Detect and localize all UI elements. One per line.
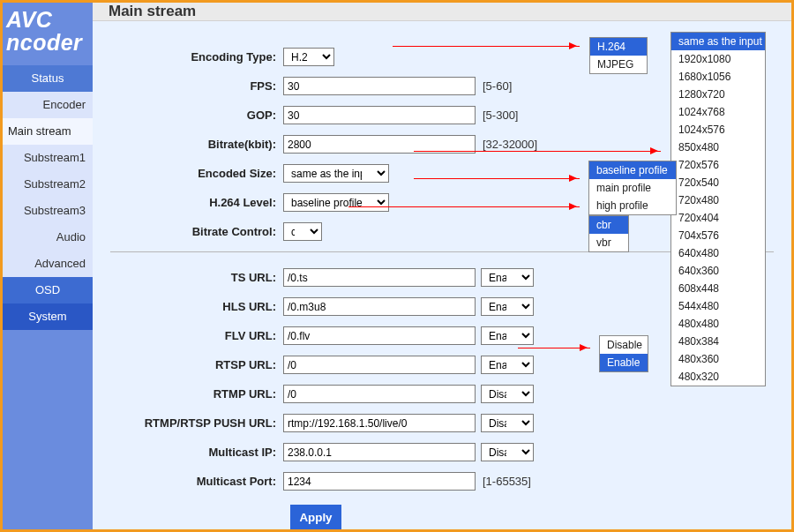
lbl-bctrl: Bitrate Control: bbox=[119, 225, 283, 238]
hint-gop: [5-300] bbox=[483, 109, 518, 122]
logo-line2: ncoder bbox=[6, 30, 82, 55]
sidebar-item-sub3[interactable]: Substream3 bbox=[3, 198, 93, 224]
hls-enable-select[interactable]: Enable bbox=[481, 297, 534, 316]
sidebar: AVC ncoder Status Encoder Main stream Su… bbox=[3, 3, 93, 529]
logo: AVC ncoder bbox=[3, 3, 93, 65]
opt-h264[interactable]: H.264 bbox=[590, 38, 647, 56]
page-title: Main stream bbox=[93, 3, 791, 21]
lbl-level: H.264 Level: bbox=[119, 196, 283, 209]
lbl-rtmp: RTMP URL: bbox=[119, 387, 283, 401]
sidebar-item-audio[interactable]: Audio bbox=[3, 224, 93, 251]
lbl-push: RTMP/RTSP PUSH URL: bbox=[119, 416, 283, 430]
enable-disable-options[interactable]: Disable Enable bbox=[599, 335, 648, 372]
opt-size-1[interactable]: 1920x1080 bbox=[671, 50, 765, 68]
rtsp-enable-select[interactable]: Enable bbox=[481, 356, 534, 374]
opt-size-15[interactable]: 544x480 bbox=[671, 297, 765, 315]
ts-enable-select[interactable]: Enable bbox=[481, 268, 534, 287]
lbl-multi-port: Multicast Port: bbox=[119, 475, 283, 488]
arrow-icon bbox=[348, 206, 580, 207]
sidebar-menu: Status Encoder Main stream Substream1 Su… bbox=[3, 65, 93, 330]
arrow-icon bbox=[518, 348, 590, 348]
flv-enable-select[interactable]: Enable bbox=[481, 326, 534, 345]
opt-size-11[interactable]: 704x576 bbox=[671, 227, 765, 244]
lbl-gop: GOP: bbox=[119, 109, 283, 122]
sidebar-item-status[interactable]: Status bbox=[3, 65, 93, 92]
bitrate-control-select[interactable]: cbr bbox=[283, 222, 322, 241]
logo-line1: AVC bbox=[6, 7, 52, 32]
encoding-type-select[interactable]: H.264 bbox=[283, 48, 334, 66]
sidebar-item-advanced[interactable]: Advanced bbox=[3, 251, 93, 277]
rtmp-enable-select[interactable]: Disable bbox=[481, 385, 534, 403]
opt-size-8[interactable]: 720x540 bbox=[671, 174, 765, 191]
opt-size-0[interactable]: same as the input bbox=[671, 33, 765, 50]
opt-size-3[interactable]: 1280x720 bbox=[671, 86, 765, 103]
flv-url-input[interactable] bbox=[283, 326, 476, 345]
hint-multiport: [1-65535] bbox=[483, 475, 531, 488]
opt-size-13[interactable]: 640x360 bbox=[671, 262, 765, 280]
apply-button[interactable]: Apply bbox=[290, 505, 341, 529]
arrow-icon bbox=[414, 178, 580, 179]
sidebar-item-main-stream[interactable]: Main stream bbox=[3, 118, 93, 145]
arrow-icon bbox=[393, 46, 580, 47]
sidebar-item-sub2[interactable]: Substream2 bbox=[3, 171, 93, 198]
lbl-ts: TS URL: bbox=[119, 271, 283, 284]
opt-size-19[interactable]: 480x320 bbox=[671, 368, 765, 386]
level-options[interactable]: baseline profile main profile high profi… bbox=[588, 161, 677, 215]
opt-enable[interactable]: Enable bbox=[600, 354, 648, 371]
fps-input[interactable] bbox=[283, 77, 476, 95]
opt-size-18[interactable]: 480x360 bbox=[671, 350, 765, 368]
arrow-icon bbox=[414, 151, 661, 152]
encoded-size-options[interactable]: same as the input 1920x1080 1680x1056 12… bbox=[670, 32, 766, 386]
opt-lvl-main[interactable]: main profile bbox=[589, 179, 676, 197]
push-enable-select[interactable]: Disable bbox=[481, 414, 534, 432]
rtsp-url-input[interactable] bbox=[283, 356, 476, 374]
sidebar-item-system[interactable]: System bbox=[3, 303, 93, 330]
push-url-input[interactable] bbox=[283, 414, 476, 432]
lbl-hls: HLS URL: bbox=[119, 300, 283, 313]
opt-size-7[interactable]: 720x576 bbox=[671, 156, 765, 174]
opt-size-17[interactable]: 480x384 bbox=[671, 333, 765, 350]
rtmp-url-input[interactable] bbox=[283, 385, 476, 403]
lbl-enc-size: Encoded Size: bbox=[119, 167, 283, 180]
bctrl-options[interactable]: cbr vbr bbox=[588, 215, 629, 252]
opt-lvl-baseline[interactable]: baseline profile bbox=[589, 161, 676, 179]
opt-cbr[interactable]: cbr bbox=[589, 216, 628, 234]
opt-size-6[interactable]: 850x480 bbox=[671, 139, 765, 156]
gop-input[interactable] bbox=[283, 106, 476, 124]
lbl-multi-ip: Multicast IP: bbox=[119, 446, 283, 459]
opt-size-2[interactable]: 1680x1056 bbox=[671, 68, 765, 86]
opt-size-5[interactable]: 1024x576 bbox=[671, 121, 765, 139]
form: Encoding Type: H.264 FPS: [5-60] GOP: [5… bbox=[93, 21, 791, 532]
opt-size-14[interactable]: 608x448 bbox=[671, 280, 765, 297]
opt-lvl-high[interactable]: high profile bbox=[589, 197, 676, 214]
ts-url-input[interactable] bbox=[283, 268, 476, 287]
sidebar-item-osd[interactable]: OSD bbox=[3, 277, 93, 303]
lbl-flv: FLV URL: bbox=[119, 329, 283, 342]
sidebar-item-sub1[interactable]: Substream1 bbox=[3, 145, 93, 171]
hint-fps: [5-60] bbox=[483, 79, 512, 93]
hint-bitrate: [32-32000] bbox=[483, 138, 537, 151]
opt-size-12[interactable]: 640x480 bbox=[671, 244, 765, 262]
h264-level-select[interactable]: baseline profile bbox=[283, 193, 389, 212]
opt-disable[interactable]: Disable bbox=[600, 336, 648, 354]
sidebar-item-encoder[interactable]: Encoder bbox=[3, 92, 93, 118]
multicast-ip-input[interactable] bbox=[283, 443, 476, 461]
opt-size-4[interactable]: 1024x768 bbox=[671, 103, 765, 121]
opt-mjpeg[interactable]: MJPEG bbox=[590, 56, 647, 73]
opt-size-9[interactable]: 720x480 bbox=[671, 191, 765, 209]
hls-url-input[interactable] bbox=[283, 297, 476, 316]
multicast-port-input[interactable] bbox=[283, 472, 476, 491]
opt-size-16[interactable]: 480x480 bbox=[671, 315, 765, 333]
lbl-bitrate: Bitrate(kbit): bbox=[119, 138, 283, 151]
opt-size-10[interactable]: 720x404 bbox=[671, 209, 765, 227]
encoding-type-options[interactable]: H.264 MJPEG bbox=[589, 37, 648, 74]
multicast-ip-enable-select[interactable]: Disable bbox=[481, 443, 534, 461]
lbl-rtsp: RTSP URL: bbox=[119, 358, 283, 371]
lbl-fps: FPS: bbox=[119, 79, 283, 93]
lbl-enc-type: Encoding Type: bbox=[119, 50, 283, 64]
encoded-size-select[interactable]: same as the input bbox=[283, 164, 389, 183]
main-panel: Main stream Encoding Type: H.264 FPS: [5… bbox=[93, 3, 791, 529]
opt-vbr[interactable]: vbr bbox=[589, 234, 628, 251]
